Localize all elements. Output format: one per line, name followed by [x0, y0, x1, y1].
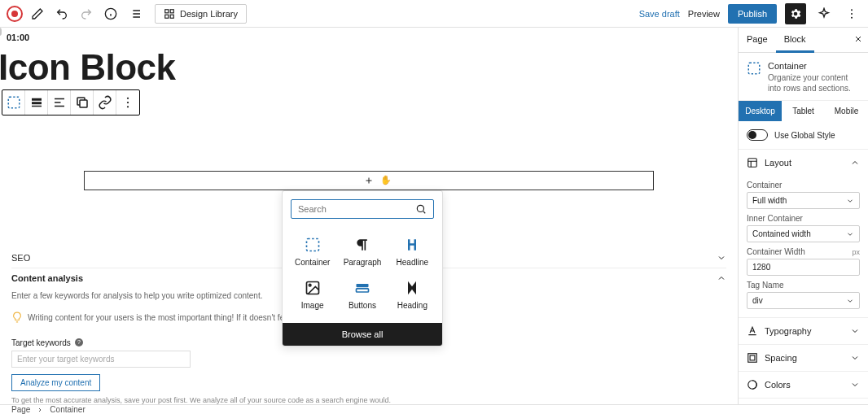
recording-timecode: 01:00 — [7, 33, 731, 42]
heading-icon — [404, 280, 420, 296]
section-layout: Layout Container Full width Inner Contai… — [739, 150, 868, 318]
page-title[interactable]: Icon Block — [0, 47, 738, 88]
inserter-block-buttons[interactable]: Buttons — [337, 273, 387, 316]
top-toolbar: Design Library Save draft Preview Publis… — [0, 0, 868, 28]
browse-all-button[interactable]: Browse all — [283, 323, 442, 346]
search-input[interactable] — [298, 204, 415, 214]
tag-name-label: Tag Name — [747, 281, 860, 290]
tab-block[interactable]: Block — [776, 28, 814, 53]
svg-point-14 — [127, 102, 129, 103]
settings-sidebar: Page Block Container Organize your conte… — [738, 28, 868, 404]
link-icon[interactable] — [94, 90, 116, 115]
device-tablet[interactable]: Tablet — [782, 101, 825, 121]
inserter-block-container[interactable]: Container — [287, 230, 337, 273]
chevron-down-icon — [850, 326, 860, 336]
record-button[interactable] — [7, 6, 23, 22]
add-block-row[interactable]: ✋ — [84, 171, 654, 190]
breadcrumb-current[interactable]: Container — [50, 405, 85, 414]
svg-rect-23 — [356, 289, 368, 292]
close-sidebar-button[interactable] — [853, 34, 863, 46]
content-analysis-label: Content analysis — [11, 273, 83, 283]
settings-button[interactable] — [785, 3, 806, 24]
tab-page[interactable]: Page — [739, 28, 776, 52]
inner-container-select[interactable]: Contained width — [747, 225, 860, 242]
container-select[interactable]: Full width — [747, 192, 860, 209]
redo-icon[interactable] — [77, 4, 96, 24]
library-icon — [164, 8, 175, 20]
seo-header-label: SEO — [11, 253, 30, 263]
svg-rect-8 — [8, 97, 20, 108]
svg-rect-25 — [748, 159, 757, 168]
svg-rect-12 — [80, 100, 87, 107]
container-icon — [747, 61, 761, 76]
undo-icon[interactable] — [52, 4, 72, 24]
svg-text:?: ? — [77, 339, 81, 345]
typography-icon — [747, 325, 758, 337]
design-library-button[interactable]: Design Library — [155, 4, 247, 24]
gear-icon — [789, 7, 802, 20]
container-width-input[interactable]: 1280 — [747, 259, 860, 276]
inserter-block-heading[interactable]: Heading — [388, 273, 437, 316]
design-library-label: Design Library — [180, 9, 238, 19]
save-draft-link[interactable]: Save draft — [639, 9, 680, 19]
block-inserter: Container Paragraph Headline Image Butto… — [282, 190, 443, 346]
analysis-footnote: To get the most accurate analysis, save … — [11, 396, 726, 404]
block-type-icon[interactable] — [2, 90, 25, 115]
container-label: Container — [747, 181, 860, 190]
align-left-icon[interactable] — [48, 90, 71, 115]
section-typography-header[interactable]: Typography — [739, 318, 868, 344]
block-description: Organize your content into rows and sect… — [768, 72, 860, 94]
tag-name-select[interactable]: div — [747, 292, 860, 309]
container-width-label: Container Width — [747, 247, 805, 256]
svg-point-21 — [309, 284, 311, 286]
preview-link[interactable]: Preview — [688, 9, 720, 19]
chevron-down-icon — [850, 353, 860, 363]
inserter-block-image[interactable]: Image — [287, 273, 337, 316]
chevron-down-icon — [846, 297, 854, 305]
inserter-block-headline[interactable]: Headline — [388, 230, 437, 273]
chevron-down-icon — [846, 230, 854, 238]
breadcrumb: Page Container — [0, 404, 868, 414]
plus-icon — [364, 176, 374, 185]
inserter-search[interactable] — [291, 199, 434, 219]
cursor-icon: ✋ — [380, 175, 392, 185]
section-layout-header[interactable]: Layout — [739, 150, 868, 176]
inserter-block-paragraph[interactable]: Paragraph — [337, 230, 387, 273]
kebab-icon[interactable] — [842, 4, 861, 24]
container-width-unit[interactable]: px — [852, 248, 860, 256]
lightbulb-icon — [11, 312, 23, 323]
svg-point-15 — [127, 106, 129, 107]
analyze-button[interactable]: Analyze my content — [11, 374, 100, 391]
section-colors-header[interactable]: Colors — [739, 372, 868, 398]
svg-rect-19 — [306, 239, 318, 251]
section-spacing-header[interactable]: Spacing — [739, 345, 868, 371]
more-icon[interactable] — [116, 90, 139, 115]
headline-icon — [404, 237, 420, 253]
chevron-right-icon — [37, 407, 43, 413]
info-icon[interactable] — [101, 4, 121, 24]
device-desktop[interactable]: Desktop — [739, 101, 782, 121]
section-backgrounds-header[interactable]: Backgrounds — [739, 399, 868, 404]
global-style-label: Use Global Style — [774, 131, 835, 140]
global-style-toggle[interactable] — [747, 129, 768, 141]
device-mobile[interactable]: Mobile — [825, 101, 868, 121]
edit-icon[interactable] — [28, 4, 47, 24]
svg-point-6 — [851, 13, 853, 15]
svg-rect-4 — [170, 15, 173, 18]
chevron-up-icon — [850, 158, 860, 168]
svg-rect-22 — [356, 284, 368, 287]
generate-icon[interactable] — [814, 4, 834, 24]
align-full-icon[interactable] — [25, 90, 48, 115]
container-icon — [305, 237, 321, 253]
help-icon[interactable]: ? — [74, 338, 84, 347]
list-view-icon[interactable] — [125, 4, 145, 24]
close-icon — [853, 34, 863, 44]
publish-button[interactable]: Publish — [728, 4, 777, 24]
duplicate-icon[interactable] — [71, 90, 94, 115]
svg-point-7 — [851, 16, 853, 18]
breadcrumb-root[interactable]: Page — [11, 405, 30, 414]
device-tabs: Desktop Tablet Mobile — [739, 100, 868, 121]
layout-icon — [747, 157, 758, 168]
image-icon — [305, 280, 321, 296]
target-keywords-input[interactable]: Enter your target keywords — [11, 351, 191, 368]
